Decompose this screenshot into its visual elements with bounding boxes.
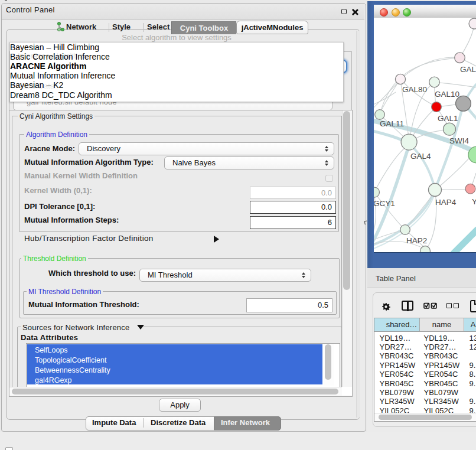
svg-text:GCY1: GCY1 [374,199,395,208]
svg-text:YM: YM [472,197,476,206]
svg-text:GAL4: GAL4 [410,152,431,161]
svg-text:HAP2: HAP2 [406,236,427,245]
svg-text:GAL1: GAL1 [438,114,458,123]
svg-text:HAP4: HAP4 [435,198,457,207]
svg-text:GAL11: GAL11 [380,119,404,128]
svg-text:SWI4: SWI4 [449,136,469,145]
svg-text:GAL10: GAL10 [435,90,459,99]
svg-text:GAL2: GAL2 [460,65,476,74]
svg-text:GAL80: GAL80 [402,85,427,94]
